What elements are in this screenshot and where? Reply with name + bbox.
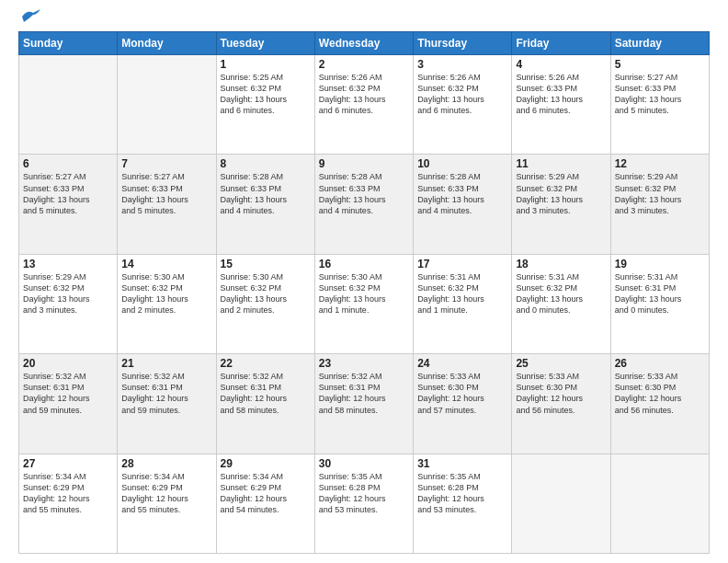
- calendar-cell: 6Sunrise: 5:27 AM Sunset: 6:33 PM Daylig…: [19, 155, 118, 254]
- calendar-cell: 4Sunrise: 5:26 AM Sunset: 6:33 PM Daylig…: [512, 55, 610, 155]
- cell-details: Sunrise: 5:27 AM Sunset: 6:33 PM Dayligh…: [121, 171, 211, 216]
- day-number: 13: [23, 258, 113, 270]
- cell-details: Sunrise: 5:27 AM Sunset: 6:33 PM Dayligh…: [615, 72, 705, 117]
- cell-details: Sunrise: 5:35 AM Sunset: 6:28 PM Dayligh…: [319, 471, 409, 516]
- cell-details: Sunrise: 5:28 AM Sunset: 6:33 PM Dayligh…: [417, 171, 507, 216]
- day-number: 8: [221, 157, 311, 170]
- cell-details: Sunrise: 5:33 AM Sunset: 6:30 PM Dayligh…: [417, 371, 507, 416]
- calendar-cell: 2Sunrise: 5:26 AM Sunset: 6:32 PM Daylig…: [314, 55, 413, 155]
- calendar-cell: 12Sunrise: 5:29 AM Sunset: 6:32 PM Dayli…: [610, 155, 709, 254]
- calendar-cell: 1Sunrise: 5:25 AM Sunset: 6:32 PM Daylig…: [216, 55, 314, 155]
- calendar-cell: 28Sunrise: 5:34 AM Sunset: 6:29 PM Dayli…: [118, 454, 216, 553]
- calendar-cell: 9Sunrise: 5:28 AM Sunset: 6:33 PM Daylig…: [314, 155, 413, 254]
- cell-details: Sunrise: 5:30 AM Sunset: 6:32 PM Dayligh…: [221, 271, 311, 316]
- cell-details: Sunrise: 5:25 AM Sunset: 6:32 PM Dayligh…: [221, 72, 311, 117]
- cell-details: Sunrise: 5:33 AM Sunset: 6:30 PM Dayligh…: [615, 371, 705, 416]
- calendar-cell: 23Sunrise: 5:32 AM Sunset: 6:31 PM Dayli…: [314, 354, 413, 454]
- day-number: 20: [23, 357, 113, 370]
- cell-details: Sunrise: 5:34 AM Sunset: 6:29 PM Dayligh…: [221, 471, 311, 516]
- calendar-cell: [610, 454, 709, 553]
- header: [18, 17, 710, 24]
- calendar-week-row: 27Sunrise: 5:34 AM Sunset: 6:29 PM Dayli…: [19, 454, 710, 553]
- day-number: 9: [319, 157, 409, 170]
- calendar-cell: 14Sunrise: 5:30 AM Sunset: 6:32 PM Dayli…: [118, 254, 216, 353]
- calendar-table: SundayMondayTuesdayWednesdayThursdayFrid…: [18, 31, 710, 554]
- day-number: 28: [121, 457, 211, 470]
- logo: [18, 17, 40, 24]
- calendar-cell: 16Sunrise: 5:30 AM Sunset: 6:32 PM Dayli…: [314, 254, 413, 353]
- day-number: 17: [417, 258, 507, 270]
- cell-details: Sunrise: 5:32 AM Sunset: 6:31 PM Dayligh…: [121, 371, 211, 416]
- calendar-cell: 30Sunrise: 5:35 AM Sunset: 6:28 PM Dayli…: [314, 454, 413, 553]
- cell-details: Sunrise: 5:29 AM Sunset: 6:32 PM Dayligh…: [23, 271, 113, 316]
- cell-details: Sunrise: 5:32 AM Sunset: 6:31 PM Dayligh…: [23, 371, 113, 416]
- cell-details: Sunrise: 5:34 AM Sunset: 6:29 PM Dayligh…: [121, 471, 211, 516]
- calendar-cell: 13Sunrise: 5:29 AM Sunset: 6:32 PM Dayli…: [19, 254, 118, 353]
- calendar-cell: 20Sunrise: 5:32 AM Sunset: 6:31 PM Dayli…: [19, 354, 118, 454]
- day-number: 31: [417, 457, 507, 470]
- col-header-friday: Friday: [512, 32, 610, 55]
- calendar-cell: 17Sunrise: 5:31 AM Sunset: 6:32 PM Dayli…: [414, 254, 512, 353]
- day-number: 11: [516, 157, 606, 170]
- col-header-thursday: Thursday: [414, 32, 512, 55]
- day-number: 6: [23, 157, 113, 170]
- cell-details: Sunrise: 5:29 AM Sunset: 6:32 PM Dayligh…: [516, 171, 606, 216]
- cell-details: Sunrise: 5:31 AM Sunset: 6:32 PM Dayligh…: [516, 271, 606, 316]
- col-header-tuesday: Tuesday: [216, 32, 314, 55]
- day-number: 27: [23, 457, 113, 470]
- day-number: 7: [121, 157, 211, 170]
- day-number: 29: [221, 457, 311, 470]
- day-number: 19: [615, 258, 705, 270]
- day-number: 5: [615, 58, 705, 71]
- day-number: 12: [615, 157, 705, 170]
- day-number: 23: [319, 357, 409, 370]
- col-header-wednesday: Wednesday: [314, 32, 413, 55]
- calendar-cell: 27Sunrise: 5:34 AM Sunset: 6:29 PM Dayli…: [19, 454, 118, 553]
- cell-details: Sunrise: 5:30 AM Sunset: 6:32 PM Dayligh…: [121, 271, 211, 316]
- cell-details: Sunrise: 5:31 AM Sunset: 6:31 PM Dayligh…: [615, 271, 705, 316]
- cell-details: Sunrise: 5:28 AM Sunset: 6:33 PM Dayligh…: [319, 171, 409, 216]
- day-number: 10: [417, 157, 507, 170]
- calendar-cell: [19, 55, 118, 155]
- cell-details: Sunrise: 5:35 AM Sunset: 6:28 PM Dayligh…: [417, 471, 507, 516]
- cell-details: Sunrise: 5:34 AM Sunset: 6:29 PM Dayligh…: [23, 471, 113, 516]
- calendar-cell: 31Sunrise: 5:35 AM Sunset: 6:28 PM Dayli…: [414, 454, 512, 553]
- day-number: 4: [516, 58, 606, 71]
- calendar-cell: 29Sunrise: 5:34 AM Sunset: 6:29 PM Dayli…: [216, 454, 314, 553]
- cell-details: Sunrise: 5:26 AM Sunset: 6:32 PM Dayligh…: [417, 72, 507, 117]
- day-number: 25: [516, 357, 606, 370]
- calendar-cell: 3Sunrise: 5:26 AM Sunset: 6:32 PM Daylig…: [414, 55, 512, 155]
- day-number: 26: [615, 357, 705, 370]
- day-number: 24: [417, 357, 507, 370]
- calendar-week-row: 13Sunrise: 5:29 AM Sunset: 6:32 PM Dayli…: [19, 254, 710, 353]
- cell-details: Sunrise: 5:26 AM Sunset: 6:32 PM Dayligh…: [319, 72, 409, 117]
- calendar-cell: 19Sunrise: 5:31 AM Sunset: 6:31 PM Dayli…: [610, 254, 709, 353]
- calendar-week-row: 6Sunrise: 5:27 AM Sunset: 6:33 PM Daylig…: [19, 155, 710, 254]
- calendar-cell: 8Sunrise: 5:28 AM Sunset: 6:33 PM Daylig…: [216, 155, 314, 254]
- col-header-monday: Monday: [118, 32, 216, 55]
- calendar-cell: 22Sunrise: 5:32 AM Sunset: 6:31 PM Dayli…: [216, 354, 314, 454]
- day-number: 22: [221, 357, 311, 370]
- page: SundayMondayTuesdayWednesdayThursdayFrid…: [0, 0, 728, 563]
- day-number: 2: [319, 58, 409, 71]
- calendar-header-row: SundayMondayTuesdayWednesdayThursdayFrid…: [19, 32, 710, 55]
- calendar-cell: 10Sunrise: 5:28 AM Sunset: 6:33 PM Dayli…: [414, 155, 512, 254]
- logo-bird-icon: [20, 9, 40, 24]
- day-number: 15: [221, 258, 311, 270]
- day-number: 30: [319, 457, 409, 470]
- calendar-cell: [118, 55, 216, 155]
- calendar-cell: [512, 454, 610, 553]
- day-number: 1: [221, 58, 311, 71]
- calendar-cell: 11Sunrise: 5:29 AM Sunset: 6:32 PM Dayli…: [512, 155, 610, 254]
- calendar-cell: 26Sunrise: 5:33 AM Sunset: 6:30 PM Dayli…: [610, 354, 709, 454]
- day-number: 18: [516, 258, 606, 270]
- day-number: 16: [319, 258, 409, 270]
- calendar-week-row: 1Sunrise: 5:25 AM Sunset: 6:32 PM Daylig…: [19, 55, 710, 155]
- calendar-week-row: 20Sunrise: 5:32 AM Sunset: 6:31 PM Dayli…: [19, 354, 710, 454]
- cell-details: Sunrise: 5:32 AM Sunset: 6:31 PM Dayligh…: [221, 371, 311, 416]
- cell-details: Sunrise: 5:32 AM Sunset: 6:31 PM Dayligh…: [319, 371, 409, 416]
- col-header-saturday: Saturday: [610, 32, 709, 55]
- cell-details: Sunrise: 5:26 AM Sunset: 6:33 PM Dayligh…: [516, 72, 606, 117]
- cell-details: Sunrise: 5:31 AM Sunset: 6:32 PM Dayligh…: [417, 271, 507, 316]
- cell-details: Sunrise: 5:27 AM Sunset: 6:33 PM Dayligh…: [23, 171, 113, 216]
